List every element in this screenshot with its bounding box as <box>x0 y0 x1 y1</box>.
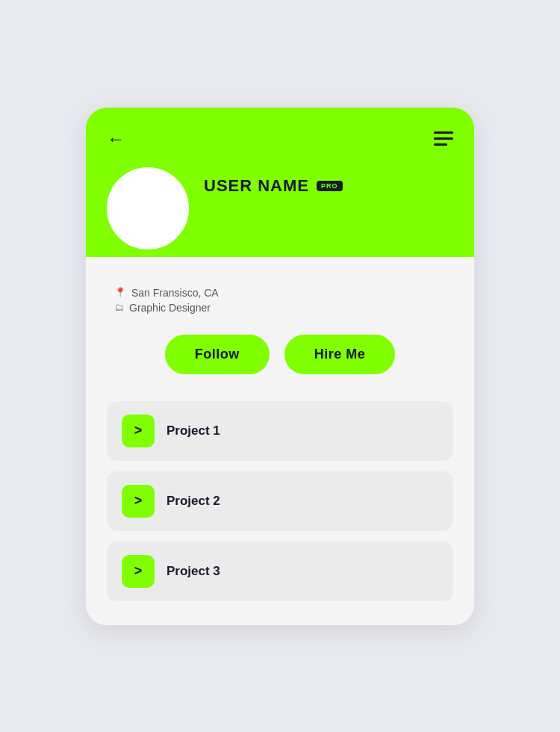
occupation-text: Graphic Designer <box>129 302 211 314</box>
project-name-2: Project 2 <box>167 494 220 509</box>
follow-button[interactable]: Follow <box>165 335 270 374</box>
profile-row: USER NAME PRO <box>107 167 453 227</box>
profile-header: ← USER NAME PRO <box>86 108 474 257</box>
project-arrow-1: > <box>122 415 155 447</box>
project-item-3[interactable]: >Project 3 <box>107 542 453 601</box>
avatar <box>107 167 189 249</box>
location-icon: 📍 <box>114 287 126 298</box>
menu-button[interactable] <box>434 131 453 146</box>
header-top-bar: ← <box>107 128 453 149</box>
project-item-1[interactable]: >Project 1 <box>107 401 453 461</box>
pro-badge: PRO <box>317 181 343 191</box>
occupation-icon: 🗂 <box>114 302 124 313</box>
occupation-item: 🗂 Graphic Designer <box>114 302 453 314</box>
action-buttons: Follow Hire Me <box>107 335 453 374</box>
project-name-1: Project 1 <box>167 424 220 438</box>
username: USER NAME <box>204 176 309 196</box>
project-item-2[interactable]: >Project 2 <box>107 471 453 531</box>
profile-body: 📍 San Fransisco, CA 🗂 Graphic Designer F… <box>86 257 474 625</box>
hire-me-button[interactable]: Hire Me <box>284 335 396 374</box>
project-arrow-3: > <box>122 555 155 588</box>
location-item: 📍 San Fransisco, CA <box>114 287 453 299</box>
back-button[interactable]: ← <box>107 128 125 149</box>
project-arrow-2: > <box>122 485 155 518</box>
user-info: USER NAME PRO <box>204 176 453 227</box>
username-row: USER NAME PRO <box>204 176 453 196</box>
meta-info: 📍 San Fransisco, CA 🗂 Graphic Designer <box>107 287 453 314</box>
project-name-3: Project 3 <box>167 564 220 579</box>
profile-card: ← USER NAME PRO 📍 San Fransisco, CA <box>86 108 474 625</box>
location-text: San Fransisco, CA <box>131 287 219 299</box>
projects-list: >Project 1>Project 2>Project 3 <box>107 401 453 601</box>
